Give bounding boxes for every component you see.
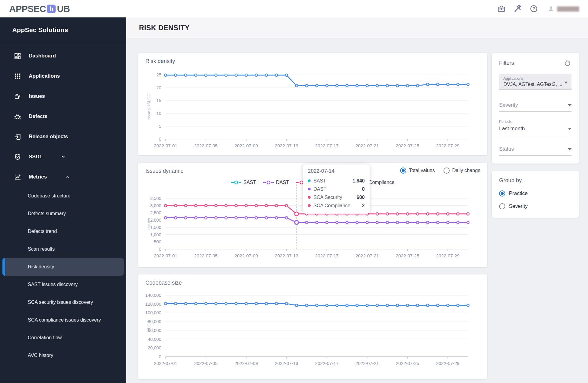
radio-group-by-practice[interactable]: Practice: [499, 189, 572, 198]
reset-filters-icon[interactable]: [564, 59, 572, 67]
svg-text:5: 5: [159, 124, 161, 129]
svg-text:0: 0: [159, 247, 161, 252]
top-bar: APPSEC h UB ?: [0, 0, 588, 17]
radio-issues-mode-total-values[interactable]: Total values: [400, 168, 435, 174]
svg-text:25: 25: [156, 72, 161, 77]
codebase-size-chart[interactable]: 020,00040,00060,00080,000100,000120,0001…: [138, 274, 487, 379]
svg-text:2,000: 2,000: [150, 218, 161, 223]
svg-text:20,000: 20,000: [148, 345, 161, 350]
radio-group-by-severity[interactable]: Severity: [499, 201, 572, 211]
tooltip-series-value: 2: [362, 203, 365, 208]
chevron-down-icon: [564, 82, 568, 84]
chart-icon: [14, 173, 21, 181]
sidebar-subitem-scan-results[interactable]: Scan results: [2, 240, 124, 258]
legend-item-dast[interactable]: DAST: [263, 180, 289, 185]
chart-title-issues-dynamic: Issues dynamic: [145, 168, 183, 174]
svg-text:120,000: 120,000: [145, 302, 161, 307]
radio-unselected-icon: [499, 203, 505, 209]
tooltip-series-label: SCA Security: [313, 195, 354, 200]
severity-select[interactable]: Severity: [499, 102, 572, 112]
sidebar-subitem-sca-security-issues-discovery[interactable]: SCA security issues discovery: [2, 293, 124, 311]
svg-text:2022-07-17: 2022-07-17: [315, 253, 339, 258]
logo-h-icon: h: [47, 5, 56, 13]
sidebar-subitem-avc-history[interactable]: AVC history: [2, 347, 124, 364]
radio-label: Severity: [509, 203, 528, 209]
sidebar-subitem-risk-density[interactable]: Risk density: [2, 258, 124, 276]
svg-text:2022-07-09: 2022-07-09: [235, 143, 258, 148]
applications-select[interactable]: Applications DVJA, AGTest, AGTest2, ...: [499, 74, 572, 90]
content: Risk density 05101520252022-07-012022-07…: [126, 39, 588, 379]
svg-text:2022-07-13: 2022-07-13: [275, 143, 298, 148]
svg-text:2022-07-05: 2022-07-05: [194, 361, 218, 366]
sidebar-item-ssdl[interactable]: SSDL: [0, 147, 126, 167]
sidebar-item-release-objects[interactable]: Release objects: [0, 127, 126, 147]
radio-selected-icon: [499, 190, 505, 197]
sidebar-subitem-defects-trend[interactable]: Defects trend: [2, 223, 124, 240]
help-icon[interactable]: ?: [530, 5, 538, 13]
apps-icon: [14, 72, 21, 80]
risk-density-chart[interactable]: 05101520252022-07-012022-07-052022-07-09…: [138, 53, 487, 155]
svg-text:2022-07-01: 2022-07-01: [154, 253, 177, 258]
periods-label: Periods: [499, 120, 572, 124]
tooltip-series-value: 600: [356, 195, 365, 200]
sidebar-item-issues[interactable]: Issues: [0, 86, 126, 106]
tooltip-series-label: SAST: [313, 178, 350, 184]
sidebar-item-label: Applications: [29, 73, 60, 79]
page-header: RISK DENSITY: [126, 17, 588, 39]
svg-text:3,000: 3,000: [150, 203, 161, 208]
sidebar-subitem-sast-issues-discovery[interactable]: SAST issues discovery: [2, 276, 124, 293]
sidebar-item-dashboard[interactable]: Dashboard: [0, 46, 126, 66]
applications-value: DVJA, AGTest, AGTest2, ...: [503, 82, 567, 87]
group-by-card: Group by PracticeSeverity: [492, 171, 579, 218]
user-menu[interactable]: ████████: [548, 6, 579, 12]
chevron-up-icon: [65, 174, 71, 180]
svg-text:2022-07-13: 2022-07-13: [275, 253, 298, 258]
sidebar-item-label: Metrics: [29, 174, 47, 180]
svg-text:1,000: 1,000: [150, 232, 161, 237]
svg-text:0: 0: [159, 137, 161, 142]
logo-suffix: UB: [57, 4, 70, 14]
svg-text:2022-07-29: 2022-07-29: [436, 361, 460, 366]
periods-select[interactable]: Last month: [499, 126, 572, 135]
briefcase-icon[interactable]: [497, 5, 506, 13]
app-logo: APPSEC h UB: [9, 4, 70, 14]
codebase-size-card: Codebase size 020,00040,00060,00080,0001…: [138, 274, 487, 379]
tools-icon[interactable]: [513, 5, 522, 13]
tooltip-series-label: DAST: [313, 186, 359, 192]
svg-text:2022-07-21: 2022-07-21: [356, 253, 379, 258]
svg-text:2022-07-05: 2022-07-05: [194, 253, 218, 258]
svg-text:2022-07-17: 2022-07-17: [315, 143, 339, 148]
issues-dynamic-card: Issues dynamic Total valuesDaily change …: [138, 163, 487, 267]
sidebar-subitem-codebase-structure[interactable]: Codebase structure: [2, 187, 124, 205]
username: ████████: [557, 6, 579, 11]
series-dot-icon: [308, 196, 311, 199]
issues-mode-radiogroup: Total valuesDaily change: [400, 168, 480, 174]
logo-prefix: APPSEC: [9, 4, 46, 14]
tooltip-row-dast: DAST0: [308, 185, 365, 193]
status-select[interactable]: Status: [499, 146, 572, 156]
sidebar-item-defects[interactable]: Defects: [0, 106, 126, 127]
page-title: RISK DENSITY: [139, 24, 190, 32]
filters-title: Filters: [499, 60, 514, 66]
sidebar-subitem-defects-summary[interactable]: Defects summary: [2, 205, 124, 223]
sidebar-item-applications[interactable]: Applications: [0, 66, 126, 86]
tooltip-row-sca-security: SCA Security600: [308, 193, 365, 201]
svg-text:2022-07-05: 2022-07-05: [194, 143, 218, 148]
sidebar-menu: DashboardApplicationsIssuesDefectsReleas…: [0, 42, 126, 364]
radio-issues-mode-daily-change[interactable]: Daily change: [444, 168, 481, 174]
chart-tooltip: 2022-07-14 SAST1,840DAST0SCA Security600…: [303, 164, 370, 214]
sidebar-item-metrics[interactable]: Metrics: [0, 167, 126, 187]
sidebar-subitem-correlation-flow[interactable]: Correlation flow: [2, 329, 124, 347]
lock-alert-icon: [14, 93, 21, 100]
legend-label: SAST: [243, 180, 256, 185]
svg-text:2022-07-29: 2022-07-29: [436, 253, 460, 258]
tooltip-series-value: 1,840: [352, 178, 365, 184]
applications-label: Applications: [503, 76, 567, 81]
legend-item-sast[interactable]: SAST: [231, 180, 256, 185]
legend-line-marker-icon: [263, 180, 274, 185]
legend-line-marker-icon: [231, 180, 241, 185]
svg-text:0: 0: [159, 354, 161, 359]
svg-text:2022-07-25: 2022-07-25: [396, 143, 419, 148]
charts-column: Risk density 05101520252022-07-012022-07…: [138, 53, 487, 379]
sidebar-subitem-sca-compliance-issues-discovery[interactable]: SCA compliance issues discovery: [2, 311, 124, 329]
